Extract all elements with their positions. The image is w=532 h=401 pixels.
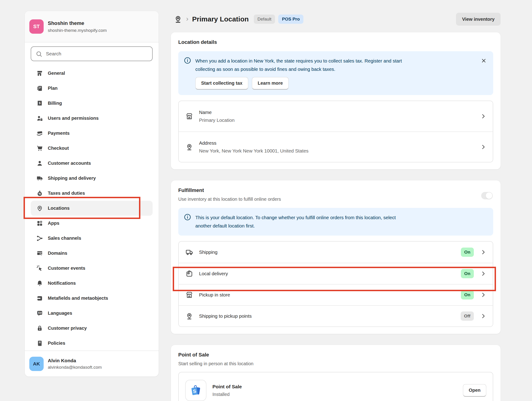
chevron-right-icon (480, 313, 486, 319)
languages-icon: A (36, 310, 43, 317)
chevron-right-icon (480, 113, 486, 119)
svg-text:$: $ (39, 101, 41, 105)
pickup-in-store-label: Pickup in store (199, 292, 230, 298)
search-icon (35, 50, 43, 58)
fulfillment-toggle[interactable] (481, 192, 493, 199)
chevron-right-icon (480, 271, 486, 277)
policies-icon (36, 340, 43, 347)
search-input[interactable] (31, 51, 152, 56)
name-row[interactable]: Name Primary Location (179, 101, 493, 131)
sidebar-item-general[interactable]: General (31, 66, 153, 81)
shipping-label: Shipping (199, 249, 217, 255)
shipping-to-pickup-points-row[interactable]: Shipping to pickup points Off (179, 305, 493, 327)
search-box[interactable] (31, 46, 153, 61)
bell-icon (36, 280, 43, 287)
location-details-heading: Location details (178, 39, 493, 45)
fulfillment-rows: Shipping On Local delivery On (178, 241, 493, 327)
open-pos-button[interactable]: Open (463, 384, 486, 397)
store-name: Shoshin theme (48, 20, 107, 26)
close-icon[interactable] (480, 57, 488, 65)
sidebar-item-languages[interactable]: A Languages (31, 306, 153, 321)
local-delivery-label: Local delivery (199, 271, 228, 276)
truck-outline-icon (185, 248, 194, 256)
page-title: Primary Location (192, 15, 249, 23)
sidebar-item-users-permissions[interactable]: Users and permissions (31, 111, 153, 126)
sales-tax-banner: When you add a location in New York, the… (178, 51, 493, 95)
address-row[interactable]: Address New York, New York New York 1000… (179, 131, 493, 162)
user-avatar: AK (29, 357, 44, 371)
cart-icon (36, 145, 43, 152)
banner-text-line2: another default location first. (195, 222, 488, 230)
banner-text-line1: This is your default location. To change… (195, 213, 488, 222)
pos-pro-badge: POS Pro (278, 14, 304, 24)
storefront-icon (185, 291, 194, 299)
sidebar-item-taxes-duties[interactable]: % Taxes and duties (31, 186, 153, 201)
point-of-sale-card: Point of Sale Start selling in person at… (171, 345, 500, 401)
customer-events-icon (36, 265, 43, 272)
start-collecting-tax-button[interactable]: Start collecting tax (195, 77, 248, 90)
settings-sidebar: ST Shoshin theme shoshin-theme.myshopify… (25, 11, 159, 376)
shipping-status-badge: On (461, 247, 474, 257)
pickup-in-store-row[interactable]: Pickup in store On (179, 284, 493, 305)
settings-nav: General Plan $ Billing Users and permiss… (25, 61, 159, 351)
sidebar-item-payments[interactable]: Payments (31, 126, 153, 141)
storefront-icon (185, 112, 194, 120)
sidebar-item-shipping-delivery[interactable]: Shipping and delivery (31, 171, 153, 186)
store-avatar: ST (29, 19, 44, 34)
sidebar-item-locations[interactable]: Locations (31, 201, 153, 216)
banner-text-line2: collecting as soon as possible to avoid … (195, 65, 477, 73)
fulfillment-card: Fulfillment Use inventory at this locati… (171, 180, 500, 334)
sidebar-item-metafields[interactable]: Metafields and metaobjects (31, 291, 153, 306)
store-header[interactable]: ST Shoshin theme shoshin-theme.myshopify… (25, 11, 159, 43)
location-pin-icon (36, 205, 43, 212)
pos-app-name: Point of Sale (212, 384, 242, 389)
locations-breadcrumb-icon[interactable] (174, 15, 182, 24)
pos-heading: Point of Sale (178, 352, 493, 358)
shipping-to-pickup-points-status-badge: Off (461, 311, 474, 321)
users-icon (36, 115, 43, 122)
address-value: New York, New York New York 10001, Unite… (199, 148, 309, 154)
truck-icon (36, 175, 43, 182)
sidebar-item-customer-events[interactable]: Customer events (31, 261, 153, 276)
local-delivery-row[interactable]: Local delivery On (179, 263, 493, 284)
sidebar-item-apps[interactable]: Apps (31, 216, 153, 231)
address-label: Address (199, 140, 309, 146)
payments-icon (36, 130, 43, 137)
svg-text:%: % (38, 192, 41, 195)
pos-app-row: S Point of Sale Installed Open (178, 372, 493, 401)
breadcrumb-separator: › (186, 15, 188, 23)
sidebar-item-sales-channels[interactable]: Sales channels (31, 231, 153, 246)
sidebar-item-plan[interactable]: Plan (31, 81, 153, 96)
shipping-row[interactable]: Shipping On (179, 241, 493, 263)
user-email: alvinkonda@kondasoft.com (48, 365, 102, 370)
sidebar-item-customer-privacy[interactable]: Customer privacy (31, 321, 153, 336)
domains-icon (36, 250, 43, 257)
view-inventory-button[interactable]: View inventory (456, 13, 500, 26)
person-icon (36, 160, 43, 167)
sidebar-item-policies[interactable]: Policies (31, 336, 153, 351)
user-account[interactable]: AK Alvin Konda alvinkonda@kondasoft.com (25, 351, 159, 376)
sales-channels-icon (36, 235, 43, 242)
local-delivery-status-badge: On (461, 269, 474, 278)
default-location-banner: This is your default location. To change… (178, 208, 493, 235)
main-content: › Primary Location Default POS Pro View … (171, 11, 500, 401)
lock-icon (36, 325, 43, 332)
shopify-pos-app-icon: S (185, 380, 206, 401)
info-icon (184, 213, 191, 221)
map-pin-icon (185, 312, 194, 320)
svg-text:A: A (38, 311, 40, 314)
default-badge: Default (254, 14, 275, 24)
sidebar-item-customer-accounts[interactable]: Customer accounts (31, 156, 153, 171)
fulfillment-subtitle: Use inventory at this location to fulfil… (178, 197, 493, 202)
info-icon (184, 57, 191, 64)
sidebar-item-domains[interactable]: Domains (31, 246, 153, 261)
banner-text-line1: When you add a location in New York, the… (195, 57, 477, 65)
pickup-status-badge: On (461, 290, 474, 299)
metafields-icon (36, 295, 43, 302)
location-detail-rows: Name Primary Location Address New York, … (178, 101, 493, 162)
learn-more-button[interactable]: Learn more (252, 77, 289, 90)
sidebar-item-billing[interactable]: $ Billing (31, 96, 153, 111)
name-value: Primary Location (199, 117, 234, 123)
sidebar-item-notifications[interactable]: Notifications (31, 276, 153, 291)
sidebar-item-checkout[interactable]: Checkout (31, 141, 153, 156)
